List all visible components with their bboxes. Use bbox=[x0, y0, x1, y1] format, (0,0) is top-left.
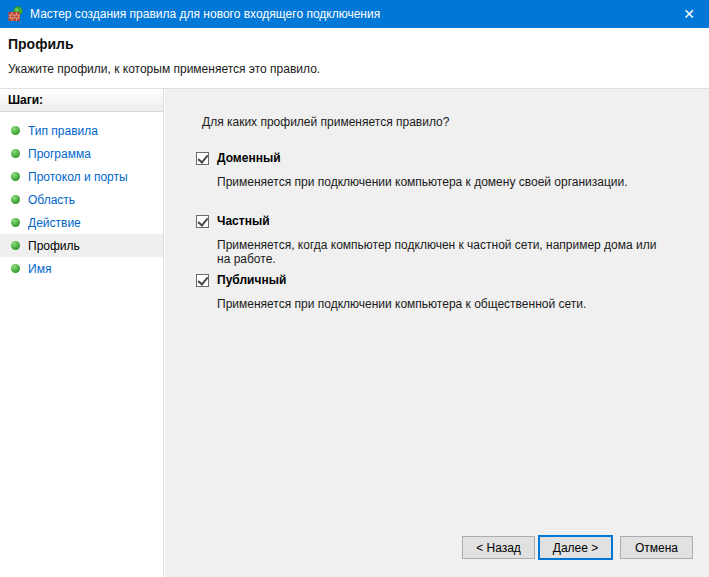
sidebar-item-label: Протокол и порты bbox=[28, 170, 128, 184]
sidebar-item-label: Программа bbox=[28, 147, 91, 161]
steps-list: Тип правила Программа Протокол и порты О… bbox=[0, 119, 163, 280]
profile-option-private: Частный Применяется, когда компьютер под… bbox=[196, 214, 695, 266]
profiles-question: Для каких профилей применяется правило? bbox=[202, 115, 449, 129]
wizard-header: Профиль Укажите профили, к которым приме… bbox=[0, 28, 709, 89]
cancel-button[interactable]: Отмена bbox=[620, 536, 693, 559]
profile-option-public: Публичный Применяется при подключении ко… bbox=[196, 273, 695, 311]
wizard-body: Шаги: Тип правила Программа Протокол и п… bbox=[0, 89, 709, 577]
profile-page-content: Для каких профилей применяется правило? … bbox=[165, 89, 709, 577]
step-bullet-icon bbox=[11, 264, 20, 273]
sidebar-item-scope[interactable]: Область bbox=[0, 188, 163, 211]
page-subtitle: Укажите профили, к которым применяется э… bbox=[8, 62, 320, 76]
sidebar-item-protocol-ports[interactable]: Протокол и порты bbox=[0, 165, 163, 188]
steps-heading: Шаги: bbox=[0, 89, 163, 112]
checkbox-description: Применяется при подключении компьютера к… bbox=[217, 297, 695, 311]
checkmark-icon bbox=[197, 152, 208, 164]
sidebar-item-name[interactable]: Имя bbox=[0, 257, 163, 280]
checkbox-label[interactable]: Доменный bbox=[217, 151, 281, 165]
steps-sidebar: Шаги: Тип правила Программа Протокол и п… bbox=[0, 89, 164, 577]
checkbox-description: Применяется, когда компьютер подключен к… bbox=[217, 238, 695, 266]
profile-option-domain: Доменный Применяется при подключении ком… bbox=[196, 151, 695, 189]
sidebar-item-action[interactable]: Действие bbox=[0, 211, 163, 234]
checkbox-label[interactable]: Частный bbox=[217, 214, 270, 228]
private-checkbox[interactable] bbox=[196, 215, 209, 228]
public-checkbox[interactable] bbox=[196, 274, 209, 287]
firewall-app-icon bbox=[8, 6, 24, 22]
step-bullet-icon bbox=[11, 218, 20, 227]
close-button[interactable]: ✕ bbox=[669, 0, 709, 28]
checkbox-label[interactable]: Публичный bbox=[217, 273, 286, 287]
step-bullet-icon bbox=[11, 195, 20, 204]
step-bullet-icon bbox=[11, 172, 20, 181]
step-bullet-icon bbox=[11, 126, 20, 135]
step-bullet-icon bbox=[11, 149, 20, 158]
sidebar-item-program[interactable]: Программа bbox=[0, 142, 163, 165]
window-title: Мастер создания правила для нового входя… bbox=[30, 7, 380, 21]
titlebar: Мастер создания правила для нового входя… bbox=[0, 0, 709, 28]
checkbox-description: Применяется при подключении компьютера к… bbox=[217, 175, 695, 189]
sidebar-item-label: Имя bbox=[28, 262, 51, 276]
domain-checkbox[interactable] bbox=[196, 152, 209, 165]
sidebar-item-rule-type[interactable]: Тип правила bbox=[0, 119, 163, 142]
sidebar-item-label: Профиль bbox=[28, 239, 80, 253]
page-title: Профиль bbox=[8, 36, 74, 52]
sidebar-item-profile[interactable]: Профиль bbox=[0, 234, 163, 257]
next-button[interactable]: Далее > bbox=[538, 535, 613, 560]
step-bullet-icon bbox=[11, 241, 20, 250]
sidebar-item-label: Действие bbox=[28, 216, 81, 230]
checkmark-icon bbox=[197, 215, 208, 227]
sidebar-item-label: Область bbox=[28, 193, 75, 207]
back-button[interactable]: < Назад bbox=[462, 536, 535, 559]
checkmark-icon bbox=[197, 274, 208, 286]
wizard-window: Мастер создания правила для нового входя… bbox=[0, 0, 709, 577]
sidebar-item-label: Тип правила bbox=[28, 124, 98, 138]
close-icon: ✕ bbox=[683, 6, 695, 22]
